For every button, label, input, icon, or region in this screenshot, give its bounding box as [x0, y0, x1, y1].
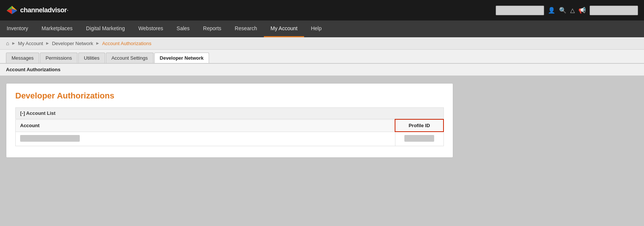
nav-item-help[interactable]: Help: [304, 21, 328, 37]
top-bar: channeladvisor· 👤 🔍 △ 📢: [0, 0, 644, 21]
breadcrumb-my-account[interactable]: My Account: [18, 41, 43, 46]
nav-item-sales[interactable]: Sales: [170, 21, 196, 37]
nav-item-digital-marketing[interactable]: Digital Marketing: [79, 21, 132, 37]
page-title: Account Authorizations: [6, 67, 60, 72]
col-profile-id: Profile ID: [395, 119, 443, 132]
breadcrumb-sep-3: ►: [95, 41, 100, 46]
tab-utilities[interactable]: Utilities: [78, 53, 105, 63]
logo: channeladvisor·: [6, 5, 69, 16]
warning-icon[interactable]: △: [570, 7, 575, 14]
col-account: Account: [16, 119, 395, 132]
page-title-bar: Account Authorizations: [0, 64, 644, 76]
nav-item-webstores[interactable]: Webstores: [132, 21, 170, 37]
megaphone-icon[interactable]: 📢: [578, 7, 586, 14]
table-header-row: Account Profile ID: [16, 119, 444, 132]
main-nav: Inventory Marketplaces Digital Marketing…: [0, 21, 644, 37]
account-cell: [16, 132, 395, 146]
user-icon[interactable]: 👤: [548, 7, 555, 14]
nav-item-inventory[interactable]: Inventory: [0, 21, 35, 37]
nav-item-reports[interactable]: Reports: [196, 21, 228, 37]
breadcrumb-sep-2: ►: [45, 41, 50, 46]
tab-permissions[interactable]: Permissions: [40, 53, 78, 63]
breadcrumb-current: Account Authorizations: [102, 41, 151, 46]
breadcrumb: ⌂ ► My Account ► Developer Network ► Acc…: [0, 37, 644, 50]
breadcrumb-sep-1: ►: [11, 41, 16, 46]
account-table: Account Profile ID: [15, 119, 444, 146]
content-area: Developer Authorizations [-] Account Lis…: [0, 76, 644, 203]
card-title: Developer Authorizations: [15, 91, 444, 101]
search-icon[interactable]: 🔍: [559, 7, 566, 14]
tabs-bar: Messages Permissions Utilities Account S…: [0, 50, 644, 64]
top-bar-right: 👤 🔍 △ 📢: [496, 6, 638, 15]
tab-messages[interactable]: Messages: [6, 53, 39, 63]
home-icon[interactable]: ⌂: [6, 40, 9, 46]
profile-id-value-redacted: [404, 135, 434, 142]
table-row: [16, 132, 444, 146]
breadcrumb-developer-network[interactable]: Developer Network: [52, 41, 93, 46]
tab-developer-network[interactable]: Developer Network: [154, 53, 209, 63]
nav-item-research[interactable]: Research: [228, 21, 264, 37]
profile-id-cell: [395, 132, 443, 146]
nav-item-marketplaces[interactable]: Marketplaces: [35, 21, 79, 37]
top-secondary-input[interactable]: [590, 6, 638, 15]
nav-item-my-account[interactable]: My Account: [264, 21, 304, 37]
account-value-redacted: [20, 135, 80, 142]
developer-authorizations-card: Developer Authorizations [-] Account Lis…: [6, 83, 453, 158]
tab-account-settings[interactable]: Account Settings: [106, 53, 154, 63]
account-list-header[interactable]: [-] Account List: [15, 107, 444, 119]
logo-text: channeladvisor·: [20, 6, 69, 14]
top-search-input[interactable]: [496, 6, 544, 15]
logo-arrow-icon: [6, 5, 18, 16]
